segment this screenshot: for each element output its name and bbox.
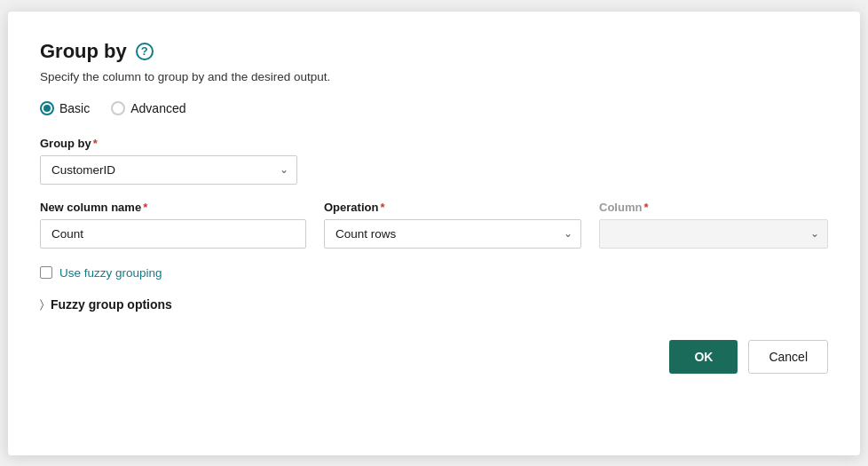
- operation-select[interactable]: Count rows Sum Average Min Max: [324, 219, 581, 249]
- group-by-section: Group by* CustomerID OrderID ProductID ⌄: [40, 137, 828, 185]
- column-section: Column* ⌄: [599, 201, 828, 249]
- radio-group: Basic Advanced: [40, 101, 828, 115]
- column-select[interactable]: [599, 219, 828, 249]
- radio-advanced[interactable]: Advanced: [111, 101, 185, 115]
- dialog-title-row: Group by ?: [40, 40, 828, 63]
- column-select-wrapper: ⌄: [599, 219, 828, 249]
- group-by-select-wrapper: CustomerID OrderID ProductID ⌄: [40, 155, 297, 185]
- radio-basic[interactable]: Basic: [40, 101, 90, 115]
- dialog-subtitle: Specify the column to group by and the d…: [40, 70, 828, 83]
- dialog-footer: OK Cancel: [40, 340, 828, 374]
- fuzzy-grouping-checkbox[interactable]: [40, 266, 52, 279]
- fuzzy-options-row[interactable]: 〉 Fuzzy group options: [40, 297, 828, 312]
- cancel-button[interactable]: Cancel: [748, 340, 828, 374]
- new-column-name-input[interactable]: [40, 219, 306, 249]
- help-icon[interactable]: ?: [136, 43, 154, 60]
- fuzzy-grouping-label[interactable]: Use fuzzy grouping: [59, 266, 162, 280]
- group-by-select[interactable]: CustomerID OrderID ProductID: [40, 155, 297, 185]
- operation-section: Operation* Count rows Sum Average Min Ma…: [324, 201, 581, 249]
- ok-button[interactable]: OK: [669, 340, 738, 374]
- columns-row: New column name* Operation* Count rows S…: [40, 201, 828, 249]
- group-by-label: Group by*: [40, 137, 828, 150]
- new-column-name-label: New column name*: [40, 201, 306, 214]
- radio-basic-circle: [40, 101, 54, 115]
- fuzzy-grouping-row: Use fuzzy grouping: [40, 266, 828, 280]
- radio-basic-label: Basic: [59, 101, 90, 115]
- fuzzy-options-label: Fuzzy group options: [51, 297, 172, 312]
- group-by-dialog: Group by ? Specify the column to group b…: [8, 12, 860, 455]
- dialog-title: Group by: [40, 40, 127, 63]
- operation-select-wrapper: Count rows Sum Average Min Max ⌄: [324, 219, 581, 249]
- operation-label: Operation*: [324, 201, 581, 214]
- new-column-name-section: New column name*: [40, 201, 306, 249]
- radio-advanced-circle: [111, 101, 125, 115]
- column-label: Column*: [599, 201, 828, 214]
- radio-advanced-label: Advanced: [130, 101, 185, 115]
- fuzzy-options-chevron-icon: 〉: [40, 297, 43, 312]
